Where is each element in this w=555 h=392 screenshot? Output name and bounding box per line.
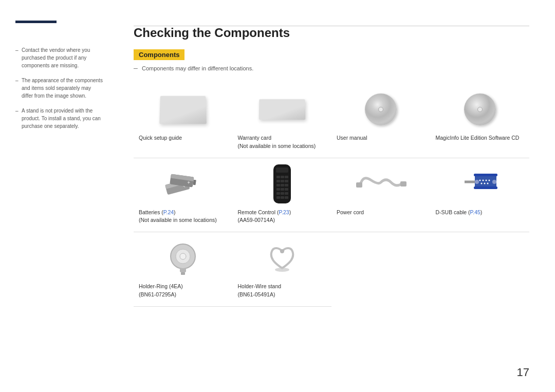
top-rule: [134, 26, 529, 26]
section-badge: Components: [134, 49, 184, 60]
components-note: Components may differ in different locat…: [134, 65, 529, 71]
component-dsub-cable: D-SUB cable (P.45): [431, 158, 530, 233]
svg-rect-21: [285, 188, 288, 191]
component-quick-setup-guide: Quick setup guide: [134, 84, 233, 158]
component-image-holder-ring: [139, 237, 228, 278]
component-image-holder-wire: [238, 237, 327, 278]
svg-rect-28: [356, 182, 362, 188]
sidebar-note-2: The appearance of the components and ite…: [15, 77, 103, 100]
svg-point-38: [488, 180, 490, 181]
component-power-cord: Power cord: [331, 158, 431, 233]
component-label-guide: Quick setup guide: [139, 134, 228, 142]
svg-rect-10: [276, 176, 280, 178]
component-label-user-manual: User manual: [337, 134, 425, 142]
svg-rect-12: [285, 176, 288, 178]
svg-point-45: [180, 253, 186, 259]
component-warranty-card: Warranty card (Not available in some loc…: [233, 84, 332, 158]
component-image-guide: [139, 89, 228, 130]
component-label-warranty: Warranty card (Not available in some loc…: [238, 134, 327, 151]
main-content: Checking the Components Components Compo…: [113, 0, 555, 392]
svg-point-37: [485, 180, 487, 181]
component-image-dsub: [436, 163, 525, 204]
cd1-icon: [365, 94, 397, 125]
sidebar-notes: Contact the vendor where you purchased t…: [15, 46, 103, 130]
component-label-holder-ring: Holder-Ring (4EA) (BN61-07295A): [139, 283, 228, 299]
svg-point-35: [479, 180, 480, 181]
dsub-link[interactable]: P.45: [470, 209, 480, 215]
svg-rect-23: [281, 192, 284, 195]
svg-rect-20: [281, 188, 284, 191]
component-remote-control: Remote Control (P.23) (AA59-00714A): [233, 158, 332, 233]
svg-point-48: [280, 249, 284, 253]
svg-rect-11: [281, 176, 284, 178]
page-title: Checking the Components: [134, 26, 529, 40]
sidebar-note-3: A stand is not provided with the product…: [15, 107, 103, 130]
svg-rect-19: [276, 188, 280, 191]
svg-rect-46: [180, 268, 186, 272]
svg-rect-14: [281, 180, 284, 182]
svg-point-39: [480, 183, 482, 184]
component-label-holder-wire: Holder-Wire stand (BN61-05491A): [238, 283, 327, 299]
power-cord-icon: [355, 170, 406, 198]
svg-rect-25: [276, 196, 280, 199]
component-label-magicinfo: MagicInfo Lite Edition Software CD: [436, 134, 525, 142]
svg-rect-32: [474, 186, 497, 189]
svg-rect-26: [281, 196, 284, 199]
svg-rect-29: [400, 181, 406, 186]
warranty-icon: [258, 99, 305, 120]
component-label-remote: Remote Control (P.23) (AA59-00714A): [238, 209, 327, 225]
svg-point-41: [487, 183, 488, 184]
component-image-batteries: + +: [139, 163, 228, 204]
svg-point-49: [275, 268, 289, 272]
component-magicinfo-cd: MagicInfo Lite Edition Software CD: [431, 84, 530, 158]
svg-point-36: [482, 180, 484, 181]
remote-link[interactable]: P.23: [279, 209, 289, 215]
component-image-warranty: [238, 89, 327, 130]
svg-rect-16: [276, 184, 280, 186]
page-number: 17: [517, 366, 529, 379]
dsub-icon: [459, 167, 501, 200]
sidebar-note-1: Contact the vendor where you purchased t…: [15, 46, 103, 69]
component-label-batteries: Batteries (P.24) (Not available in some …: [139, 209, 228, 225]
svg-rect-9: [276, 167, 288, 173]
holder-wire-icon: [264, 240, 300, 276]
holder-ring-icon: [165, 240, 201, 276]
guide-icon: [159, 96, 207, 123]
batteries-icon: + +: [160, 166, 206, 202]
component-holder-wire: Holder-Wire stand (BN61-05491A): [233, 232, 332, 307]
svg-rect-13: [276, 180, 280, 182]
svg-rect-24: [285, 192, 288, 195]
component-image-remote: [238, 163, 327, 204]
svg-rect-17: [281, 184, 284, 186]
component-label-power-cord: Power cord: [337, 209, 425, 217]
svg-rect-15: [285, 180, 288, 182]
components-grid: Quick setup guide Warranty card (Not ava…: [134, 84, 529, 307]
sidebar-accent-bar: [15, 21, 57, 23]
component-user-manual: User manual: [331, 84, 431, 158]
component-batteries: + + Batteries (P.24) (Not available in s: [134, 158, 233, 233]
remote-icon: [269, 163, 295, 204]
svg-rect-22: [276, 192, 280, 195]
component-image-user-manual: [337, 89, 425, 130]
svg-point-34: [492, 180, 496, 184]
svg-point-40: [484, 183, 485, 184]
component-image-magicinfo: [436, 89, 525, 130]
svg-rect-18: [285, 184, 288, 186]
svg-rect-27: [285, 196, 288, 199]
svg-point-33: [475, 180, 479, 184]
svg-rect-31: [474, 174, 497, 176]
sidebar: Contact the vendor where you purchased t…: [0, 0, 113, 392]
batteries-link[interactable]: P.24: [163, 209, 174, 215]
svg-rect-47: [181, 272, 185, 275]
cd2-icon: [464, 94, 496, 125]
component-label-dsub: D-SUB cable (P.45): [436, 209, 525, 217]
component-holder-ring: Holder-Ring (4EA) (BN61-07295A): [134, 232, 233, 307]
component-image-power-cord: [337, 163, 425, 204]
